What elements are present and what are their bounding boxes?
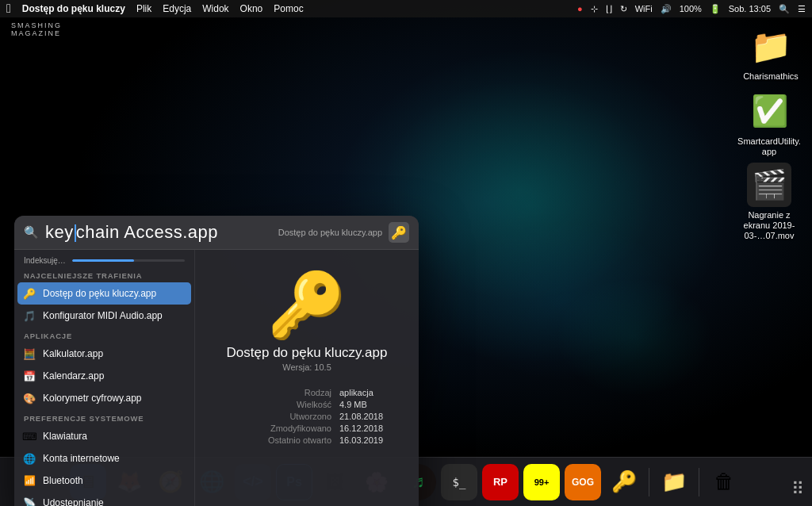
search-text-before-cursor: key xyxy=(45,222,74,242)
meta-val-rodzaj: aplikacja xyxy=(339,388,403,397)
meta-key-wielkosc: Wielkość xyxy=(260,400,331,409)
result-label-klawiatura: Klawiatura xyxy=(43,431,87,442)
menu-widok[interactable]: Widok xyxy=(202,3,228,14)
result-keychain[interactable]: 🔑 Dostęp do pęku kluczy.app xyxy=(17,282,191,305)
meta-key-zmodyfikowano: Zmodyfikowano xyxy=(260,424,331,433)
indexing-label: Indeksuję… xyxy=(24,256,66,265)
section-apps: APLIKACJE xyxy=(14,327,194,343)
siri-icon[interactable]: ⌊⌋ xyxy=(606,4,612,14)
menu-okno[interactable]: Okno xyxy=(240,3,263,14)
battery-percentage: 100% xyxy=(680,4,702,13)
section-prefs: PREFERENCJE SYSTEMOWE xyxy=(14,409,194,425)
volume-icon[interactable]: 🔊 xyxy=(661,4,672,14)
result-label-kolorymetr: Kolorymetr cyfrowy.app xyxy=(43,393,141,404)
result-kalkulator[interactable]: 🧮 Kalkulator.app xyxy=(14,343,194,365)
result-icon-konta: 🌐 xyxy=(22,451,36,466)
smashing-logo: SMASHING MAGAZINE xyxy=(11,22,62,38)
meta-val-wielkosc: 4.9 MB xyxy=(339,400,403,409)
airplay-icon[interactable]: ⊹ xyxy=(591,4,598,14)
detail-panel: 🔑 Dostęp do pęku kluczy.app Wersja: 10.5… xyxy=(195,250,419,506)
smashing-line2: MAGAZINE xyxy=(11,30,62,38)
indexing-bar: Indeksuję… xyxy=(14,253,194,266)
dock-rp[interactable]: RP xyxy=(482,464,519,500)
search-input[interactable]: keychain Access.app xyxy=(45,222,270,243)
result-label-midi: Konfigurator MIDI Audio.app xyxy=(43,310,163,321)
spotlight-body: Indeksuję… NAJCELNIEJSZE TRAFIENIA 🔑 Dos… xyxy=(14,250,419,506)
dock-separator-2 xyxy=(699,468,699,496)
meta-row-rodzaj: Rodzaj aplikacja xyxy=(211,388,403,397)
wifi-icon[interactable]: WiFi xyxy=(635,4,653,13)
result-label-kalendarz: Kalendarz.app xyxy=(43,370,104,381)
result-label-konta: Konta internetowe xyxy=(43,453,120,464)
result-bluetooth[interactable]: 📶 Bluetooth xyxy=(14,470,194,492)
charismatics-icon: 📁 xyxy=(749,24,793,68)
meta-key-utworzono: Utworzono xyxy=(260,412,331,421)
meta-val-utworzono: 21.08.2018 xyxy=(339,412,403,421)
dock-gog[interactable]: GOG xyxy=(565,464,601,500)
smartcard-label: SmartcardUtility.app xyxy=(736,136,802,157)
result-icon-kalkulator: 🧮 xyxy=(22,347,36,361)
dock-folder[interactable]: 📁 xyxy=(656,464,692,500)
result-label-kalkulator: Kalkulator.app xyxy=(43,348,103,359)
menu-edycja[interactable]: Edycja xyxy=(163,3,191,14)
meta-val-ostatnio: 16.03.2019 xyxy=(339,435,403,445)
apple-menu[interactable]:  xyxy=(6,2,11,16)
meta-row-ostatnio: Ostatnio otwarto 16.03.2019 xyxy=(211,435,403,445)
timemachine-icon[interactable]: ↻ xyxy=(620,4,627,14)
desktop-icon-charismatics[interactable]: 📁 Charismathics xyxy=(739,24,802,82)
result-label-udostepnianie: Udostępnianie xyxy=(43,497,104,506)
section-top-hits: NAJCELNIEJSZE TRAFIENIA xyxy=(14,266,194,282)
meta-val-zmodyfikowano: 16.12.2018 xyxy=(339,424,403,433)
result-icon-bluetooth: 📶 xyxy=(22,473,36,488)
clock: Sob. 13:05 xyxy=(729,4,771,13)
notification-icon[interactable]: ☰ xyxy=(798,4,806,14)
result-midi[interactable]: 🎵 Konfigurator MIDI Audio.app xyxy=(14,305,194,327)
meta-row-utworzono: Utworzono 21.08.2018 xyxy=(211,412,403,421)
result-klawiatura[interactable]: ⌨ Klawiatura xyxy=(14,425,194,447)
result-icon-klawiatura: ⌨ xyxy=(22,429,36,443)
result-icon-keychain: 🔑 xyxy=(22,286,36,301)
result-icon-midi: 🎵 xyxy=(22,309,36,323)
record-icon: ● xyxy=(577,4,583,13)
detail-app-version: Wersja: 10.5 xyxy=(282,362,331,372)
meta-key-ostatnio: Ostatnio otwarto xyxy=(260,435,331,445)
result-konta[interactable]: 🌐 Konta internetowe xyxy=(14,447,194,470)
dock-99[interactable]: 99+ xyxy=(523,464,560,500)
menu-pomoc[interactable]: Pomoc xyxy=(274,3,303,14)
dock-terminal[interactable]: $_ xyxy=(441,464,477,500)
result-label-keychain: Dostęp do pęku kluczy.app xyxy=(43,288,156,299)
app-menu-name[interactable]: Dostęp do pęku kluczy xyxy=(22,3,125,14)
nagranie-label: Nagranie z ekranu 2019-03-…07.mov xyxy=(736,210,802,242)
desktop-icon-nagranie[interactable]: 🎬 Nagranie z ekranu 2019-03-…07.mov xyxy=(736,163,802,242)
result-icon-kolorymetr: 🎨 xyxy=(22,391,36,405)
keychain-badge-icon: 🔑 xyxy=(389,222,409,243)
results-list[interactable]: Indeksuję… NAJCELNIEJSZE TRAFIENIA 🔑 Dos… xyxy=(14,250,195,506)
charismatics-label: Charismathics xyxy=(743,71,799,82)
search-text-after-cursor: chain Access.app xyxy=(76,222,218,242)
desktop-icon-smartcard[interactable]: ✅ SmartcardUtility.app xyxy=(736,89,802,157)
dock-keychain[interactable]: 🔑 xyxy=(606,464,642,500)
spotlight-window: 🔍 keychain Access.app Dostęp do pęku klu… xyxy=(14,216,419,506)
result-kolorymetr[interactable]: 🎨 Kolorymetr cyfrowy.app xyxy=(14,387,194,409)
battery-icon: 🔋 xyxy=(710,4,721,14)
search-badge: Dostęp do pęku kluczy.app xyxy=(278,228,382,237)
result-kalendarz[interactable]: 📅 Kalendarz.app xyxy=(14,365,194,387)
meta-row-zmodyfikowano: Zmodyfikowano 16.12.2018 xyxy=(211,424,403,433)
meta-key-rodzaj: Rodzaj xyxy=(260,388,331,397)
menubar-right: ● ⊹ ⌊⌋ ↻ WiFi 🔊 100% 🔋 Sob. 13:05 🔍 ☰ xyxy=(577,4,806,14)
result-icon-kalendarz: 📅 xyxy=(22,369,36,383)
spotlight-search-icon: 🔍 xyxy=(24,225,39,240)
menu-plik[interactable]: Plik xyxy=(136,3,151,14)
indexing-progress xyxy=(72,259,185,262)
detail-app-icon: 🔑 xyxy=(267,274,347,337)
nagranie-icon: 🎬 xyxy=(747,163,791,207)
spotlight-icon[interactable]: 🔍 xyxy=(779,4,790,14)
menubar:  Dostęp do pęku kluczy Plik Edycja Wido… xyxy=(0,0,812,17)
dock-trash[interactable]: 🗑 xyxy=(706,464,742,500)
detail-meta: Rodzaj aplikacja Wielkość 4.9 MB Utworzo… xyxy=(211,388,403,447)
menubar-left:  Dostęp do pęku kluczy Plik Edycja Wido… xyxy=(6,2,304,16)
result-icon-udostepnianie: 📡 xyxy=(22,496,36,506)
spaces-icon[interactable]: ⠿ xyxy=(791,479,804,500)
indexing-fill xyxy=(72,259,134,262)
result-udostepnianie[interactable]: 📡 Udostępnianie xyxy=(14,492,194,506)
